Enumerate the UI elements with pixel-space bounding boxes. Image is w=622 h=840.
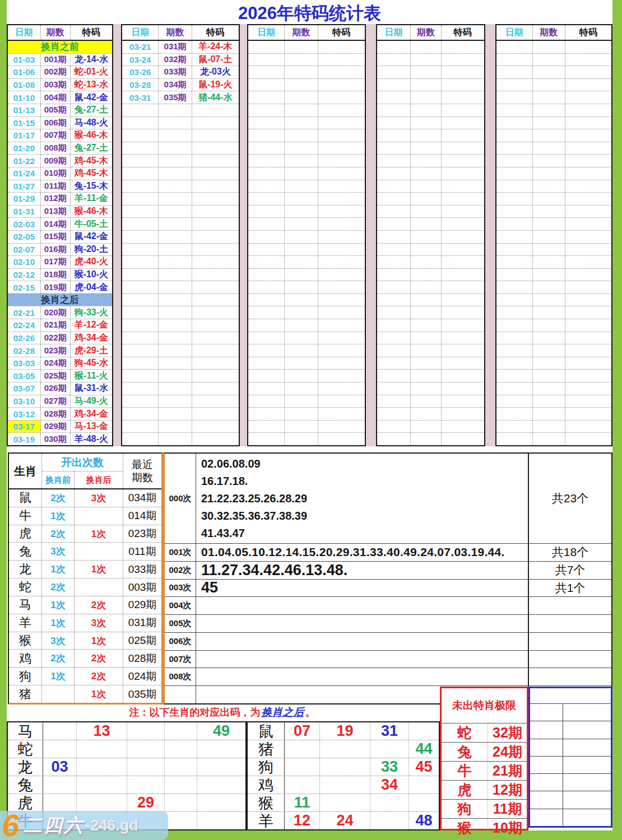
result-row: 01-06002期蛇-01-火 [8,66,112,78]
date-cell [496,281,533,293]
result-row [122,167,239,180]
date-cell [122,294,159,306]
code-cell [565,66,611,78]
date-cell [377,193,411,205]
result-row: 01-10004期鼠-42-金 [8,91,112,104]
result-row [122,129,239,142]
date-cell [122,269,159,281]
code-cell: 鼠-19-火 [192,79,239,91]
code-cell [318,155,365,167]
period-cell [285,319,318,332]
result-row [122,217,239,230]
result-row: 02-28023期虎-29-土 [8,344,112,357]
date-cell: 01-22 [8,155,41,167]
counts-line: 41.43.47 [201,525,245,542]
period-cell [411,180,441,193]
result-row: 03-03024期狗-45-水 [8,357,112,370]
period-cell: 003期 [41,79,71,91]
date-cell [122,117,159,129]
date-cell [248,332,285,344]
mapping-number-cell [165,740,197,758]
code-cell [192,319,239,332]
result-row [377,192,484,205]
zodiac-stats-table: 生肖 开出次数 换肖前 换肖后 最近 期数 鼠2次3次034期牛1次014期虎2… [8,452,163,704]
group-separator [240,24,247,446]
stats-after-cell: 3次 [75,614,123,632]
result-row [377,306,484,319]
result-row [496,154,611,167]
result-row [122,243,239,256]
result-row: 03-26033期龙-03火 [122,66,239,78]
period-cell [411,91,441,104]
period-cell [159,294,192,306]
limit-box-title: 未出特肖极限 [442,688,527,724]
date-cell [377,155,411,167]
date-cell [496,332,533,344]
code-cell [318,218,365,230]
date-cell: 01-31 [8,206,41,218]
code-cell: 猴-46-木 [71,206,112,218]
result-row: 01-29012期羊-11-金 [8,192,112,205]
period-cell: 018期 [41,269,71,281]
date-cell [248,244,285,256]
period-cell [533,281,565,293]
counts-label: 002次 [165,562,196,579]
period-cell [285,167,318,180]
code-cell [565,180,611,193]
stats-recent-cell: 023期 [123,525,161,543]
date-cell [377,319,411,332]
date-cell [496,408,533,420]
result-row [496,205,611,218]
date-cell [122,382,159,395]
code-cell [442,281,484,293]
stats-row: 虎2次1次023期 [9,525,161,543]
mapping-number-cell [165,776,197,794]
stats-before-cell: 1次 [42,668,75,685]
results-group: 日期期数特码 [376,24,485,446]
code-cell: 虎-29-土 [71,344,112,357]
mapping-row: 蛇 [8,740,245,758]
stats-header: 生肖 开出次数 换肖前 换肖后 最近 期数 [9,454,161,489]
period-cell [159,306,192,319]
result-row [496,407,611,420]
stats-recent-cell: 025期 [123,632,161,650]
date-cell [377,382,411,395]
result-row [248,281,365,293]
column-header-date: 日期 [8,25,41,40]
period-cell [159,357,192,370]
mapping-number-cell: 11 [285,794,320,811]
code-cell [192,180,239,193]
result-row [248,407,365,420]
note-highlight: 换肖之后 [262,705,304,720]
result-row [248,268,365,281]
code-cell [192,256,239,268]
period-cell: 034期 [159,79,192,91]
period-cell: 035期 [159,91,192,104]
result-row [496,382,611,395]
code-cell: 羊-12-金 [71,319,112,332]
date-cell [496,54,533,66]
period-cell: 005期 [41,104,71,116]
result-row [496,293,611,306]
result-row: 01-20008期兔-27-土 [8,142,112,155]
result-row [377,382,484,395]
results-group: 日期期数特码 [247,24,366,446]
code-cell: 鼠-31-水 [71,382,112,395]
result-row: 01-24010期鸡-45-木 [8,167,112,180]
result-row [248,319,365,332]
result-row [248,91,365,104]
code-cell [192,408,239,420]
empty-grid-row [530,704,611,721]
mapping-number-cell: 19 [320,722,370,740]
code-cell [565,395,611,408]
period-cell: 013期 [41,206,71,218]
period-cell [285,421,318,433]
period-cell [411,421,441,433]
mapping-number-cell: 03 [43,758,77,776]
result-row [122,255,239,268]
result-row [496,432,611,445]
stats-zodiac-cell: 狗 [9,668,42,685]
empty-grid-cell [530,809,563,826]
date-cell [496,193,533,205]
code-cell [565,167,611,180]
